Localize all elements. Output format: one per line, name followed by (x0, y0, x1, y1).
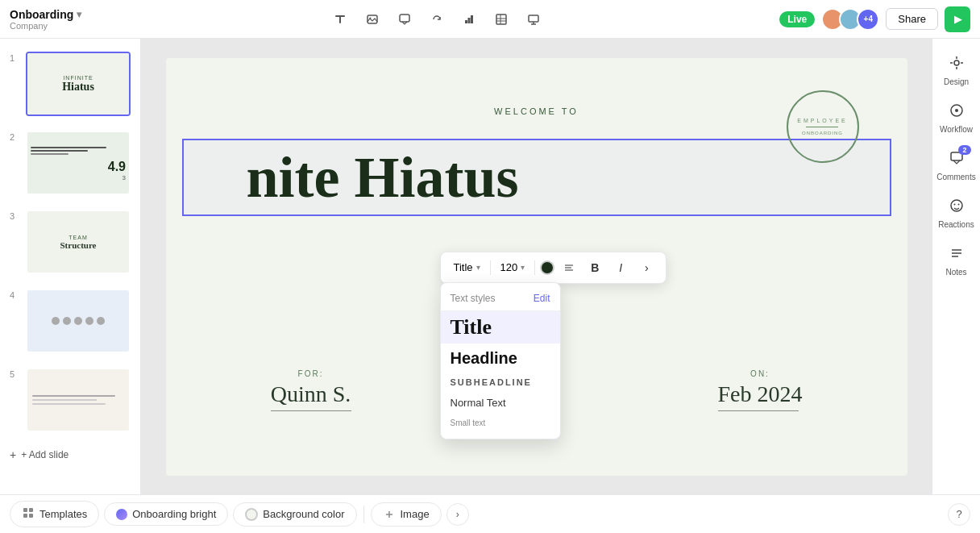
svg-rect-7 (471, 15, 473, 23)
onboarding-bright-button[interactable]: Onboarding bright (104, 502, 228, 526)
present-tool-btn[interactable] (521, 6, 546, 32)
design-label: Design (944, 77, 969, 86)
add-slide-button[interactable]: + + Add slide (6, 443, 134, 466)
style-item-subheadline[interactable]: SUBHEADLINE (441, 373, 560, 392)
slide-on-section: ON: Feb 2024 (718, 369, 803, 411)
slide-thumb-4[interactable]: 4 (6, 285, 134, 356)
svg-rect-33 (29, 508, 33, 512)
logo-area: Onboarding ▾ Company (10, 8, 81, 31)
dropdown-edit-button[interactable]: Edit (534, 293, 550, 304)
image-label: Image (401, 508, 430, 520)
workflow-wrap: Workflow (936, 96, 978, 140)
stamp-line2: ONBOARDING (802, 131, 843, 135)
workflow-panel-item[interactable]: Workflow (936, 96, 978, 140)
comments-label: Comments (936, 173, 975, 181)
text-tool-btn[interactable] (327, 6, 353, 32)
italic-label: I (619, 261, 622, 274)
on-value: Feb 2024 (718, 381, 803, 407)
slide-thumb-1[interactable]: 1 INFINITE Hiatus (6, 48, 134, 119)
slide-thumb-2[interactable]: 2 4.9 3 (6, 127, 134, 198)
on-label: ON: (718, 369, 803, 378)
text-styles-dropdown: Text styles Edit Title Headline SUBHEADL… (440, 282, 561, 440)
comments-panel-item[interactable]: 2 Comments (936, 144, 978, 188)
text-style-selector[interactable]: Title ▾ (449, 259, 485, 276)
slide-thumb-3[interactable]: 3 TEAM Structure (6, 206, 134, 277)
share-button[interactable]: Share (886, 8, 938, 30)
bold-button[interactable]: B (583, 256, 606, 279)
bottom-bar-inner: Templates Onboarding bright Background c… (10, 501, 469, 527)
bottom-bar: Templates Onboarding bright Background c… (0, 494, 980, 533)
image-button[interactable]: Image (371, 502, 442, 527)
italic-button[interactable]: I (609, 256, 632, 279)
plus-icon: + (10, 448, 16, 461)
nav-center-tools (101, 6, 773, 32)
slide-preview-1[interactable]: INFINITE Hiatus (26, 52, 131, 116)
svg-rect-12 (529, 15, 538, 22)
slide-thumb-5[interactable]: 5 (6, 364, 134, 435)
slide-preview-3[interactable]: TEAM Structure (26, 210, 131, 274)
svg-rect-1 (339, 15, 341, 23)
style-item-normal[interactable]: Normal Text (441, 392, 560, 414)
title-chevron-icon[interactable]: ▾ (77, 9, 81, 20)
add-slide-label: + Add slide (21, 449, 69, 460)
svg-rect-34 (23, 514, 27, 518)
font-size-selector[interactable]: 120 ▾ (496, 259, 530, 276)
chart-tool-btn[interactable] (456, 6, 482, 32)
onboarding-bright-label: Onboarding bright (132, 508, 216, 520)
style-item-title[interactable]: Title (441, 311, 560, 344)
more-options-button[interactable]: › (635, 256, 658, 279)
slide-number-5: 5 (10, 369, 19, 379)
design-icon (949, 55, 965, 75)
background-color-icon (245, 508, 258, 521)
design-panel-item[interactable]: Design (936, 48, 978, 93)
project-subtitle: Company (10, 21, 81, 31)
notes-panel-item[interactable]: Notes (936, 239, 978, 283)
bottom-separator (363, 506, 364, 523)
slide-number-2: 2 (10, 132, 19, 142)
slide-preview-4[interactable] (26, 289, 131, 353)
templates-icon (22, 506, 35, 522)
templates-button[interactable]: Templates (10, 501, 99, 527)
svg-rect-32 (23, 508, 27, 512)
workflow-label: Workflow (940, 125, 973, 134)
reactions-icon (949, 198, 965, 218)
slide-preview-2[interactable]: 4.9 3 (26, 131, 131, 195)
redo-tool-btn[interactable] (424, 6, 450, 32)
help-button[interactable]: ? (948, 503, 970, 526)
toolbar-divider-1 (490, 260, 491, 275)
onboarding-dot-icon (116, 509, 127, 520)
svg-point-28 (957, 204, 959, 206)
svg-point-27 (953, 204, 955, 206)
project-title[interactable]: Onboarding ▾ (10, 8, 81, 21)
comment-tool-btn[interactable] (392, 6, 417, 32)
style-item-headline[interactable]: Headline (441, 344, 560, 373)
style-item-small[interactable]: Small text (441, 414, 560, 432)
comments-icon: 2 (949, 150, 965, 170)
svg-point-24 (955, 109, 958, 112)
svg-rect-35 (29, 514, 33, 518)
reactions-panel-item[interactable]: Reactions (936, 191, 978, 235)
slide-canvas: WELCOME TO Innite Hiatus EMPLOYEE ONBOAR… (166, 58, 907, 476)
slide-preview-5[interactable] (26, 368, 131, 432)
comments-wrap: 2 Comments (936, 144, 978, 188)
dropdown-header-label: Text styles (451, 293, 496, 304)
svg-point-18 (954, 60, 959, 65)
table-tool-btn[interactable] (488, 6, 514, 32)
slide-headline: Innite Hiatus (200, 148, 874, 206)
play-button[interactable]: ▶ (945, 6, 970, 32)
toolbar-divider-2 (534, 260, 535, 275)
slide-number-3: 3 (10, 211, 19, 221)
slides-sidebar: 1 INFINITE Hiatus 2 (0, 39, 141, 494)
background-color-button[interactable]: Background color (233, 502, 356, 527)
color-picker-dot[interactable] (540, 260, 554, 275)
project-name: Onboarding (10, 8, 73, 21)
font-size-label: 120 (500, 261, 518, 273)
reactions-label: Reactions (938, 220, 974, 229)
image-tool-btn[interactable] (359, 6, 385, 32)
canvas-area: WELCOME TO Innite Hiatus EMPLOYEE ONBOAR… (141, 39, 932, 494)
slide-welcome-text: WELCOME TO (494, 106, 579, 116)
align-button[interactable] (558, 256, 580, 279)
more-options-chevron-button[interactable]: › (446, 503, 469, 526)
slide-for-section: FOR: Quinn S. (271, 369, 351, 411)
avatar-count: +4 (857, 8, 879, 31)
